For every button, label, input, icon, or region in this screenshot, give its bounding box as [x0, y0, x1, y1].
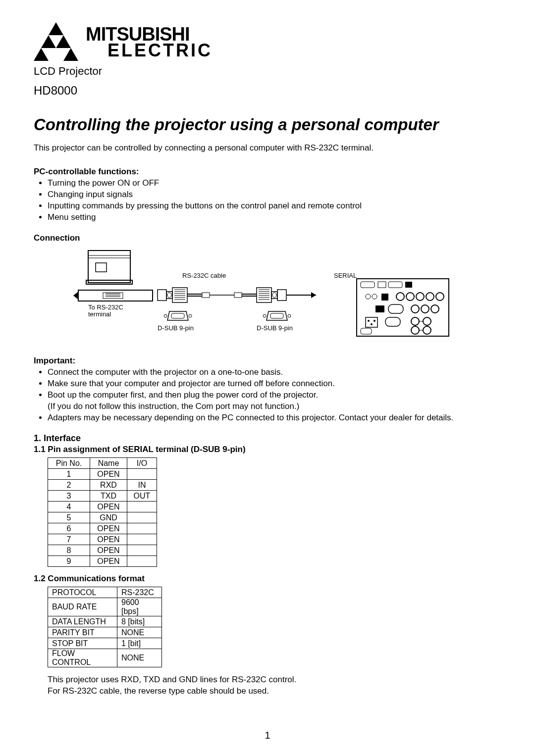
svg-rect-70 [366, 317, 377, 327]
svg-point-58 [372, 294, 377, 299]
product-subtitle: LCD Projector [34, 65, 501, 78]
svg-point-19 [167, 293, 171, 298]
svg-point-63 [426, 293, 434, 301]
svg-point-42 [272, 293, 276, 298]
list-item-note: (If you do not follow this instruction, … [48, 402, 299, 411]
page-title: Controlling the projector using a person… [34, 115, 501, 134]
table-row: PROTOCOLRS-232C [48, 587, 162, 598]
serial-connector-icon [162, 308, 301, 323]
subsection-1-1: 1.1 Pin assignment of SERIAL terminal (D… [34, 445, 501, 454]
svg-marker-0 [49, 22, 63, 35]
diagram-label: terminal [88, 310, 111, 318]
brand-name-2: ELECTRIC [86, 43, 213, 58]
table-row: 5GND [48, 512, 157, 523]
list-item: Connect the computer with the projector … [48, 367, 501, 378]
page-number: 1 [0, 730, 535, 741]
diagram-label: D-SUB 9-pin [158, 324, 194, 332]
table-header: Name [90, 458, 127, 469]
svg-point-68 [421, 305, 429, 313]
svg-rect-8 [96, 263, 107, 272]
diagram-label: SERIAL [334, 272, 357, 279]
svg-point-79 [411, 326, 419, 334]
table-row: 3TXDOUT [48, 491, 157, 502]
svg-point-46 [164, 314, 167, 317]
list-item: Menu setting [48, 212, 501, 223]
svg-point-64 [436, 293, 444, 301]
list-item: Make sure that your computer and project… [48, 378, 501, 390]
svg-rect-53 [361, 282, 374, 288]
table-row: 7OPEN [48, 534, 157, 545]
svg-point-48 [189, 314, 192, 317]
table-row: 6OPEN [48, 523, 157, 534]
interface-heading: 1. Interface [34, 433, 501, 444]
table-header: I/O [127, 458, 157, 469]
product-model: HD8000 [34, 84, 501, 98]
svg-marker-45 [311, 292, 316, 298]
svg-rect-43 [277, 290, 286, 301]
pc-functions-list: Turning the power ON or OFF Changing inp… [34, 178, 501, 223]
svg-point-72 [374, 320, 375, 322]
svg-rect-17 [158, 290, 166, 301]
svg-point-81 [423, 326, 431, 334]
svg-rect-54 [378, 282, 386, 288]
table-row: PARITY BITNONE [48, 627, 162, 638]
svg-point-76 [411, 317, 419, 325]
diagram-label: D-SUB 9-pin [257, 324, 293, 332]
svg-rect-65 [375, 305, 384, 312]
diagram-label: RS-232C cable [182, 272, 226, 279]
connection-heading: Connection [34, 233, 501, 243]
table-header: Pin No. [48, 458, 90, 469]
svg-marker-3 [34, 48, 49, 61]
svg-rect-75 [385, 317, 400, 326]
connection-diagram: RS-232C cable SERIAL To RS-232C terminal… [34, 248, 501, 342]
svg-point-73 [371, 323, 373, 325]
svg-rect-31 [234, 293, 242, 298]
svg-point-78 [423, 317, 431, 325]
subsection-1-2: 1.2 Communications format [34, 574, 501, 584]
notes: This projector uses RXD, TXD and GND lin… [48, 674, 501, 697]
list-item-text: Boot up the computer first, and then plu… [48, 390, 318, 400]
note-line: This projector uses RXD, TXD and GND lin… [48, 674, 501, 686]
list-item: Changing input signals [48, 189, 501, 201]
table-row: STOP BIT1 [bit] [48, 638, 162, 649]
comm-format-table: PROTOCOLRS-232C BAUD RATE9600 [bps] DATA… [48, 587, 162, 667]
intro-text: This projector can be controlled by conn… [34, 143, 501, 153]
svg-point-67 [411, 305, 419, 313]
svg-rect-55 [388, 282, 402, 288]
diagram-label: To RS-232C [88, 303, 123, 311]
table-row: Pin No. Name I/O [48, 458, 157, 469]
logo: MITSUBISHI ELECTRIC [34, 22, 501, 62]
list-item: Boot up the computer first, and then plu… [48, 390, 501, 412]
svg-point-60 [396, 293, 404, 301]
table-row: 4OPEN [48, 502, 157, 512]
table-row: 2RXDIN [48, 480, 157, 491]
svg-rect-11 [78, 290, 153, 301]
table-row: 1OPEN [48, 469, 157, 480]
table-row: BAUD RATE9600 [bps] [48, 598, 162, 616]
svg-point-51 [288, 314, 291, 317]
computer-icon [73, 248, 158, 332]
list-item: Turning the power ON or OFF [48, 178, 501, 189]
svg-marker-16 [73, 292, 78, 300]
logo-text: MITSUBISHI ELECTRIC [86, 26, 213, 59]
svg-point-62 [416, 293, 424, 301]
list-item: Inputting commands by pressing the butto… [48, 201, 501, 212]
svg-point-69 [431, 305, 439, 313]
table-row: 8OPEN [48, 545, 157, 556]
note-line: For RS-232C cable, the reverse type cabl… [48, 686, 501, 697]
svg-point-71 [368, 320, 370, 322]
svg-rect-74 [361, 328, 372, 334]
table-row: DATA LENGTH8 [bits] [48, 616, 162, 627]
svg-marker-4 [63, 48, 78, 61]
svg-rect-56 [405, 282, 412, 288]
svg-rect-50 [270, 313, 283, 318]
svg-rect-29 [202, 293, 210, 298]
svg-rect-59 [381, 294, 388, 301]
svg-point-49 [263, 314, 266, 317]
projector-panel-icon [356, 278, 450, 337]
svg-point-57 [366, 294, 371, 299]
list-item: Adapters may be necessary depending on t… [48, 412, 501, 424]
table-row: 9OPEN [48, 556, 157, 567]
table-row: FLOW CONTROLNONE [48, 649, 162, 667]
svg-rect-47 [171, 313, 184, 318]
